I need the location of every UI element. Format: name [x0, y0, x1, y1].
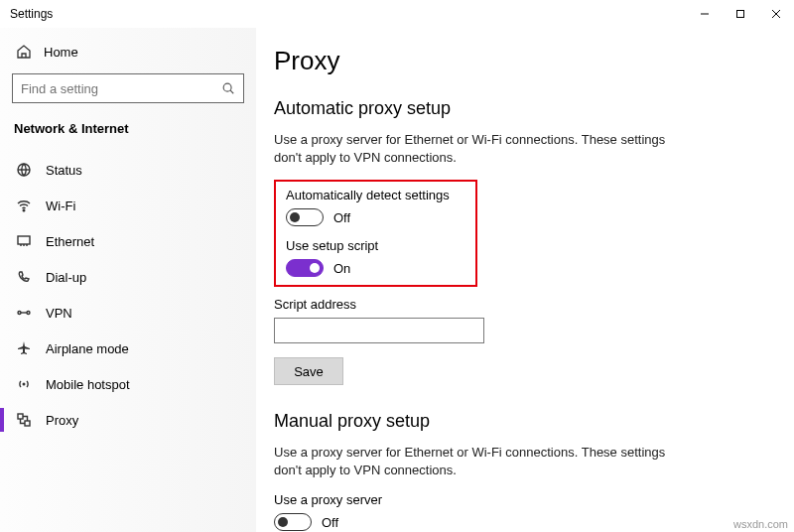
- titlebar: Settings: [0, 0, 794, 28]
- script-label: Use setup script: [286, 238, 465, 253]
- close-button[interactable]: [758, 0, 794, 28]
- svg-rect-1: [737, 11, 744, 18]
- window-title: Settings: [10, 7, 53, 21]
- use-proxy-toggle[interactable]: [274, 513, 312, 531]
- sidebar-item-label: VPN: [46, 306, 72, 321]
- dialup-icon: [16, 269, 32, 285]
- script-toggle[interactable]: [286, 259, 324, 277]
- airplane-icon: [16, 340, 32, 356]
- watermark: wsxdn.com: [733, 518, 788, 530]
- auto-description: Use a proxy server for Ethernet or Wi-Fi…: [274, 131, 671, 166]
- highlight-box: Automatically detect settings Off Use se…: [274, 180, 477, 287]
- script-state: On: [333, 261, 350, 276]
- svg-point-16: [23, 383, 26, 386]
- page-title: Proxy: [274, 46, 754, 76]
- sidebar-item-label: Ethernet: [46, 234, 94, 249]
- sidebar: Home Network & Internet Status Wi-Fi Eth…: [0, 28, 256, 532]
- sidebar-item-status[interactable]: Status: [12, 152, 244, 188]
- svg-rect-9: [18, 236, 30, 244]
- sidebar-section-title: Network & Internet: [14, 121, 244, 136]
- svg-rect-17: [18, 414, 23, 419]
- svg-point-13: [18, 312, 21, 315]
- sidebar-item-label: Dial-up: [46, 270, 86, 285]
- proxy-icon: [16, 412, 32, 428]
- home-link[interactable]: Home: [12, 36, 244, 73]
- svg-point-14: [27, 312, 30, 315]
- detect-state: Off: [333, 210, 350, 225]
- sidebar-item-wifi[interactable]: Wi-Fi: [12, 188, 244, 223]
- home-label: Home: [44, 45, 78, 60]
- sidebar-item-label: Airplane mode: [46, 341, 129, 356]
- sidebar-item-proxy[interactable]: Proxy: [12, 402, 244, 438]
- sidebar-item-label: Wi-Fi: [46, 199, 75, 213]
- save-button[interactable]: Save: [274, 357, 343, 385]
- search-icon: [221, 81, 235, 95]
- auto-heading: Automatic proxy setup: [274, 98, 754, 119]
- home-icon: [16, 44, 32, 60]
- main-content: Proxy Automatic proxy setup Use a proxy …: [256, 28, 794, 532]
- script-address-label: Script address: [274, 297, 754, 312]
- use-proxy-state: Off: [322, 515, 338, 530]
- vpn-icon: [16, 305, 32, 321]
- manual-description: Use a proxy server for Ethernet or Wi-Fi…: [274, 444, 671, 478]
- sidebar-item-dialup[interactable]: Dial-up: [12, 259, 244, 295]
- sidebar-item-hotspot[interactable]: Mobile hotspot: [12, 366, 244, 402]
- minimize-button[interactable]: [687, 0, 723, 28]
- svg-point-4: [223, 83, 231, 91]
- search-field[interactable]: [21, 81, 221, 96]
- search-input[interactable]: [12, 73, 244, 103]
- detect-label: Automatically detect settings: [286, 188, 465, 202]
- sidebar-item-label: Status: [46, 163, 82, 178]
- sidebar-item-vpn[interactable]: VPN: [12, 295, 244, 331]
- sidebar-item-airplane[interactable]: Airplane mode: [12, 331, 244, 366]
- sidebar-item-label: Proxy: [46, 413, 78, 428]
- manual-heading: Manual proxy setup: [274, 411, 754, 432]
- sidebar-item-ethernet[interactable]: Ethernet: [12, 223, 244, 259]
- svg-rect-18: [25, 421, 30, 426]
- sidebar-item-label: Mobile hotspot: [46, 377, 130, 392]
- detect-toggle[interactable]: [286, 208, 324, 226]
- hotspot-icon: [16, 376, 32, 392]
- use-proxy-label: Use a proxy server: [274, 492, 754, 507]
- maximize-button[interactable]: [723, 0, 758, 28]
- svg-point-8: [23, 209, 25, 211]
- script-address-input[interactable]: [274, 318, 484, 343]
- wifi-icon: [16, 198, 32, 213]
- svg-line-5: [230, 90, 233, 93]
- status-icon: [16, 162, 32, 178]
- ethernet-icon: [16, 233, 32, 249]
